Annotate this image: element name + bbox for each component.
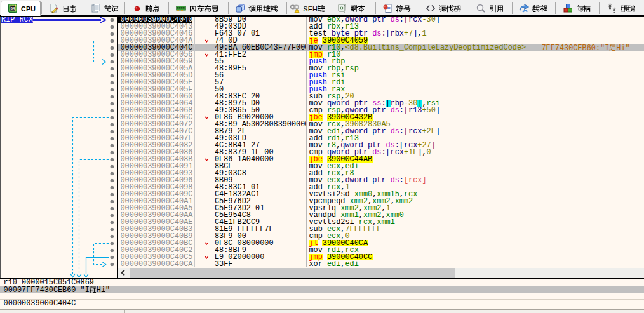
svg-text:64: 64 — [11, 6, 15, 10]
